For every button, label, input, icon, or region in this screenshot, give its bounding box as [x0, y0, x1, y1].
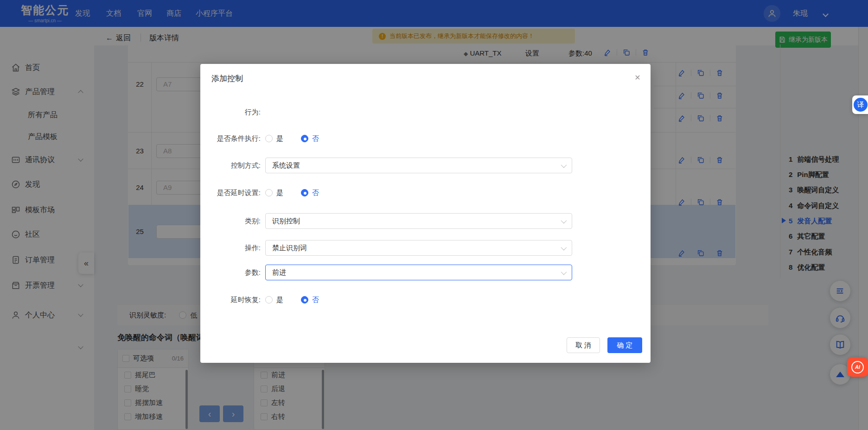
translate-widget[interactable]: 译 — [852, 95, 868, 114]
add-control-modal: 添加控制 ✕ 行为: 是否条件执行: 是 否 控制方式: 系统设置 是否延时设置… — [200, 64, 651, 363]
radio-yes[interactable] — [265, 189, 273, 196]
chevron-down-icon — [561, 269, 567, 275]
radio-yes-label[interactable]: 是 — [276, 296, 283, 304]
operation-select[interactable]: 禁止识别词 — [265, 240, 572, 256]
radio-no-label[interactable]: 否 — [312, 189, 319, 197]
form-row-behavior: 行为: — [200, 104, 651, 120]
chevron-down-icon — [561, 244, 567, 250]
radio-yes[interactable] — [265, 135, 273, 142]
field-label: 参数: — [200, 268, 261, 277]
close-icon[interactable]: ✕ — [631, 70, 645, 84]
field-label: 类别: — [200, 217, 261, 226]
category-select[interactable]: 识别控制 — [265, 213, 572, 229]
form-row-delay-restore: 延时恢复: 是 否 — [200, 292, 651, 308]
form-row-control-mode: 控制方式: 系统设置 — [200, 158, 651, 173]
form-row-conditional: 是否条件执行: 是 否 — [200, 131, 651, 146]
control-mode-select[interactable]: 系统设置 — [265, 158, 572, 173]
field-label: 行为: — [200, 108, 261, 117]
form-row-operation: 操作: 禁止识别词 — [200, 240, 651, 256]
chevron-down-icon — [561, 217, 567, 223]
radio-yes-label[interactable]: 是 — [276, 134, 283, 143]
translate-icon: 译 — [854, 98, 868, 112]
field-label: 是否延时设置: — [200, 189, 261, 197]
ai-icon: AI — [851, 361, 864, 373]
cancel-button[interactable]: 取 消 — [567, 337, 600, 353]
form-row-delay-setting: 是否延时设置: 是 否 — [200, 185, 651, 201]
radio-no-selected[interactable] — [301, 135, 308, 142]
form-row-category: 类别: 识别控制 — [200, 213, 651, 229]
ai-assistant-button[interactable]: AI — [847, 357, 868, 377]
confirm-button[interactable]: 确 定 — [607, 337, 642, 353]
field-label: 控制方式: — [200, 161, 261, 170]
radio-no-selected[interactable] — [301, 189, 308, 196]
radio-yes[interactable] — [265, 296, 273, 304]
modal-title: 添加控制 — [211, 73, 243, 84]
field-label: 延时恢复: — [200, 296, 261, 304]
chevron-down-icon — [561, 162, 567, 168]
radio-no-label[interactable]: 否 — [312, 296, 319, 304]
radio-no-selected[interactable] — [301, 296, 308, 304]
field-label: 操作: — [200, 244, 261, 253]
form-row-parameter: 参数: 前进 — [200, 265, 651, 280]
radio-yes-label[interactable]: 是 — [276, 189, 283, 197]
radio-no-label[interactable]: 否 — [312, 134, 319, 143]
field-label: 是否条件执行: — [200, 134, 261, 143]
parameter-select-focused[interactable]: 前进 — [265, 265, 572, 280]
